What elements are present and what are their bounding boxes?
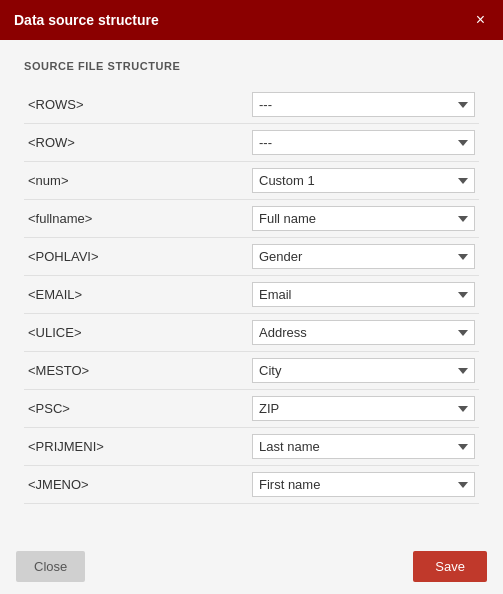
tag-label: <num> — [24, 162, 248, 200]
mapping-select[interactable]: First name — [252, 472, 475, 497]
save-button[interactable]: Save — [413, 551, 487, 582]
table-row: <PRIJMENI>Last name — [24, 428, 479, 466]
tag-label: <PRIJMENI> — [24, 428, 248, 466]
table-row: <ROW>--- — [24, 124, 479, 162]
table-row: <ROWS>--- — [24, 86, 479, 124]
tag-label: <PSC> — [24, 390, 248, 428]
tag-label: <POHLAVI> — [24, 238, 248, 276]
dialog-header: Data source structure × — [0, 0, 503, 40]
table-row: <ULICE>Address — [24, 314, 479, 352]
mapping-select-cell: --- — [248, 86, 479, 124]
mapping-table: <ROWS>---<ROW>---<num>Custom 1<fullname>… — [24, 86, 479, 504]
table-row: <num>Custom 1 — [24, 162, 479, 200]
mapping-select-cell: First name — [248, 466, 479, 504]
tag-label: <ROW> — [24, 124, 248, 162]
dialog: Data source structure × SOURCE FILE STRU… — [0, 0, 503, 594]
mapping-select-cell: Email — [248, 276, 479, 314]
mapping-select-cell: Gender — [248, 238, 479, 276]
table-row: <PSC>ZIP — [24, 390, 479, 428]
dialog-footer: Close Save — [0, 539, 503, 594]
table-row: <EMAIL>Email — [24, 276, 479, 314]
mapping-select[interactable]: --- — [252, 92, 475, 117]
section-title: SOURCE FILE STRUCTURE — [24, 60, 479, 72]
tag-label: <MESTO> — [24, 352, 248, 390]
dialog-body: SOURCE FILE STRUCTURE <ROWS>---<ROW>---<… — [0, 40, 503, 539]
mapping-select-cell: Address — [248, 314, 479, 352]
table-row: <JMENO>First name — [24, 466, 479, 504]
mapping-select[interactable]: Custom 1 — [252, 168, 475, 193]
tag-label: <ROWS> — [24, 86, 248, 124]
mapping-select-cell: ZIP — [248, 390, 479, 428]
table-row: <MESTO>City — [24, 352, 479, 390]
dialog-title: Data source structure — [14, 12, 159, 28]
tag-label: <JMENO> — [24, 466, 248, 504]
mapping-select-cell: Last name — [248, 428, 479, 466]
mapping-select[interactable]: Email — [252, 282, 475, 307]
close-button[interactable]: Close — [16, 551, 85, 582]
tag-label: <ULICE> — [24, 314, 248, 352]
mapping-select-cell: Full name — [248, 200, 479, 238]
close-icon-button[interactable]: × — [472, 10, 489, 30]
table-row: <fullname>Full name — [24, 200, 479, 238]
mapping-select[interactable]: Full name — [252, 206, 475, 231]
mapping-select-cell: Custom 1 — [248, 162, 479, 200]
mapping-select[interactable]: City — [252, 358, 475, 383]
mapping-select-cell: --- — [248, 124, 479, 162]
mapping-select[interactable]: Address — [252, 320, 475, 345]
mapping-select[interactable]: Last name — [252, 434, 475, 459]
tag-label: <EMAIL> — [24, 276, 248, 314]
mapping-select[interactable]: ZIP — [252, 396, 475, 421]
mapping-select-cell: City — [248, 352, 479, 390]
mapping-select[interactable]: --- — [252, 130, 475, 155]
tag-label: <fullname> — [24, 200, 248, 238]
mapping-select[interactable]: Gender — [252, 244, 475, 269]
table-row: <POHLAVI>Gender — [24, 238, 479, 276]
